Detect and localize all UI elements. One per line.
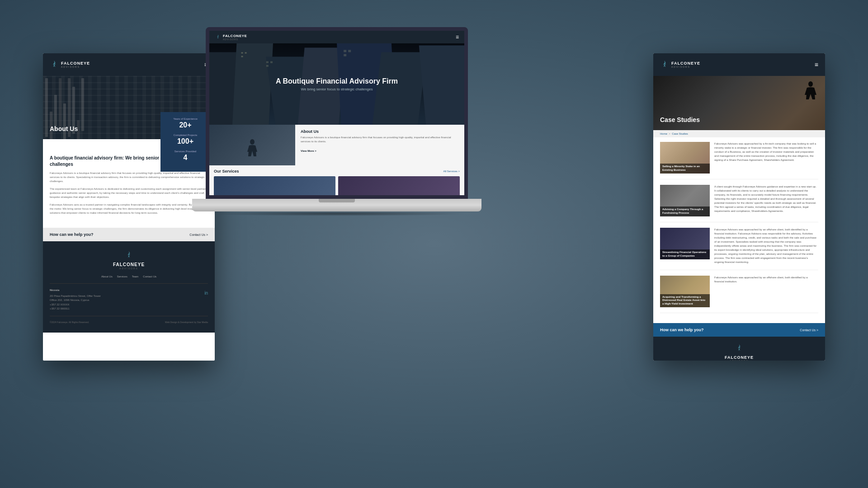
case-image-4: Acquiring and Transforming a Distressed … bbox=[660, 276, 710, 307]
laptop-about-image bbox=[209, 125, 295, 165]
footer-nav-team[interactable]: Team bbox=[132, 275, 139, 278]
svg-rect-12 bbox=[270, 61, 273, 63]
right-menu-icon[interactable]: ≡ bbox=[815, 61, 818, 68]
right-logo-sub: ADVISORS bbox=[671, 66, 700, 68]
right-breadcrumb: Home > Case Studies bbox=[653, 130, 825, 137]
case3-text: Falconeye Advisors was approached by an … bbox=[714, 228, 818, 264]
falcon-logo-icon bbox=[50, 60, 59, 69]
left-how-help-label: How can we help you? bbox=[50, 232, 94, 237]
left-logo-sub: ADVISORS bbox=[61, 66, 90, 68]
right-footer-logo-sub: ADVISORS bbox=[660, 360, 818, 361]
laptop-services-header: Our Services All Services > bbox=[214, 169, 460, 174]
left-content-area: Years of Experience 20+ Completed Projec… bbox=[43, 148, 215, 223]
laptop-shadow bbox=[206, 211, 468, 216]
case3-title: Streamlining Financial Operations to a G… bbox=[660, 249, 710, 259]
laptop-menu-icon[interactable]: ≡ bbox=[456, 34, 459, 40]
case-item-2: Advising a Company Through a Fundraising… bbox=[660, 185, 818, 222]
footer-nav-services[interactable]: Services bbox=[117, 275, 127, 278]
laptop-hero-text: A Boutique Financial Advisory Firm We br… bbox=[276, 77, 398, 91]
case2-text: A client sought through Falconeye Adviso… bbox=[714, 185, 818, 216]
laptop-about-more-link[interactable]: View More > bbox=[301, 150, 316, 152]
left-footer-copy: ©2024 Falconeye. All Rights Reserved. We… bbox=[50, 321, 208, 324]
case-item-4: Acquiring and Transforming a Distressed … bbox=[660, 276, 818, 313]
laptop-all-services-link[interactable]: All Services > bbox=[443, 170, 460, 173]
right-how-help-label: How can we help you? bbox=[660, 328, 704, 332]
case4-title: Acquiring and Transforming a Distressed … bbox=[660, 294, 710, 307]
svg-rect-7 bbox=[419, 45, 464, 125]
left-footer: FALCONEYE ADVISORS About Us Services Tea… bbox=[43, 241, 215, 333]
svg-rect-15 bbox=[348, 50, 351, 52]
svg-rect-2 bbox=[232, 43, 273, 125]
laptop-hero-subtitle: We bring senior focus to strategic chall… bbox=[276, 87, 398, 91]
service-card-advisory[interactable]: Transaction Advisory bbox=[214, 176, 335, 199]
service-card-support[interactable]: Transaction Support bbox=[338, 176, 460, 199]
case-image-1: Selling a Minority Stake in an Existing … bbox=[660, 142, 710, 174]
left-para3: Falconeye Advisors acts as a trusted par… bbox=[50, 203, 208, 215]
laptop-services-grid: Transaction Advisory Transaction Support bbox=[214, 176, 460, 199]
svg-rect-10 bbox=[241, 56, 243, 57]
linkedin-icon[interactable]: in bbox=[204, 291, 208, 311]
right-footer-logo-text: FALCONEYE bbox=[660, 355, 818, 360]
right-logo-text: FALCONEYE bbox=[671, 61, 700, 66]
laptop-about-text: About Us Falconeye Advisors is a boutiqu… bbox=[295, 125, 464, 165]
right-contact-link[interactable]: Contact Us > bbox=[800, 328, 818, 332]
svg-point-18 bbox=[808, 81, 813, 87]
case2-title: Advising a Company Through a Fundraising… bbox=[660, 206, 710, 216]
footer-phone1: +357 22 XXXXX bbox=[50, 303, 101, 307]
breadcrumb-current: Case Studies bbox=[672, 132, 688, 135]
left-header: FALCONEYE ADVISORS ≡ bbox=[43, 53, 215, 76]
laptop-hero: A Boutique Financial Advisory Firm We br… bbox=[209, 43, 464, 125]
case-image-2: Advising a Company Through a Fundraising… bbox=[660, 185, 710, 216]
left-footer-divider2 bbox=[50, 316, 208, 316]
right-how-help: How can we help you? Contact Us > bbox=[653, 323, 825, 337]
svg-rect-13 bbox=[266, 65, 269, 67]
left-hero-title: About Us bbox=[50, 125, 78, 132]
svg-rect-8 bbox=[241, 52, 243, 54]
svg-rect-16 bbox=[344, 54, 346, 56]
person-silhouette-icon bbox=[245, 138, 259, 165]
laptop-logo-sub: ADVISORS bbox=[223, 38, 247, 41]
laptop-logo-icon bbox=[215, 34, 221, 40]
left-footer-logo: FALCONEYE ADVISORS bbox=[50, 250, 208, 270]
case-item-3: Streamlining Financial Operations to a G… bbox=[660, 228, 818, 270]
footer-address-line2: Office 202, 1096 Nicosia, Cyprus bbox=[50, 298, 101, 303]
case2-text-p: A client sought through Falconeye Adviso… bbox=[714, 185, 818, 213]
laptop-base bbox=[192, 199, 481, 211]
right-footer-logo: FALCONEYE ADVISORS bbox=[660, 343, 818, 361]
case4-text: Falconeye Advisors was approached by an … bbox=[714, 276, 818, 307]
footer-address-label: Nicosia bbox=[50, 288, 101, 293]
svg-rect-14 bbox=[344, 50, 346, 52]
left-footer-falcon-icon bbox=[124, 250, 134, 260]
right-hero-title: Case Studies bbox=[660, 116, 700, 123]
svg-point-17 bbox=[250, 139, 255, 145]
left-para1: Falconeye Advisors is a boutique financi… bbox=[50, 171, 208, 183]
right-hero-section: Case Studies bbox=[653, 76, 825, 130]
case1-text-p: Falconeye Advisors was approached by a f… bbox=[714, 142, 818, 162]
left-how-help: How can we help you? Contact Us > bbox=[43, 228, 215, 241]
left-footer-address: Nicosia 2D Pitsa Papadimitriou Street, O… bbox=[50, 288, 101, 311]
left-logo-text: FALCONEYE bbox=[61, 61, 90, 66]
left-para2: The experienced team at Falconeye Adviso… bbox=[50, 187, 208, 199]
laptop-screen: FALCONEYE ADVISORS ≡ bbox=[206, 27, 468, 199]
left-footer-divider bbox=[50, 283, 208, 284]
case1-title: Selling a Minority Stake in an Existing … bbox=[660, 164, 710, 174]
case4-text-p: Falconeye Advisors was approached by an … bbox=[714, 276, 818, 284]
footer-nav-contact[interactable]: Contact Us bbox=[143, 275, 156, 278]
laptop-about-row: About Us Falconeye Advisors is a boutiqu… bbox=[209, 125, 464, 165]
footer-phone2: +357 22 000011 bbox=[50, 307, 101, 311]
left-contact-link[interactable]: Contact Us > bbox=[189, 233, 208, 236]
right-hero-person-icon bbox=[802, 80, 818, 112]
case3-text-p: Falconeye Advisors was approached by an … bbox=[714, 228, 818, 264]
left-footer-nav: About Us Services Team Contact Us bbox=[50, 275, 208, 278]
footer-copy-left: ©2024 Falconeye. All Rights Reserved. bbox=[50, 321, 89, 324]
laptop-hero-title: A Boutique Financial Advisory Firm bbox=[276, 77, 398, 85]
left-footer-logo-text: FALCONEYE bbox=[50, 262, 208, 267]
right-case-list: Selling a Minority Stake in an Existing … bbox=[653, 137, 825, 323]
laptop-notch bbox=[319, 199, 355, 202]
footer-copy-right: Web Design & Development by Star Media bbox=[165, 321, 208, 324]
footer-nav-about[interactable]: About Us bbox=[101, 275, 113, 278]
svg-rect-11 bbox=[266, 61, 269, 63]
case-item-1: Selling a Minority Stake in an Existing … bbox=[660, 142, 818, 179]
laptop-services-heading: Our Services bbox=[214, 169, 239, 174]
center-laptop-mockup: FALCONEYE ADVISORS ≡ bbox=[192, 27, 481, 216]
